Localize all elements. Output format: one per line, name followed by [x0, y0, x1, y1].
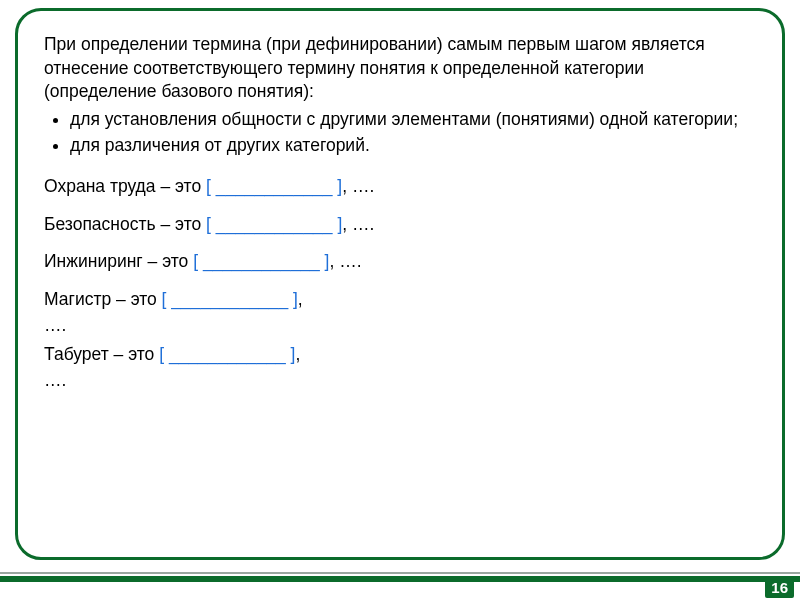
examples-block: Охрана труда – это [ ____________ ], …. … — [44, 175, 756, 392]
example-trail: , …. — [342, 176, 374, 196]
example-sep: – это — [156, 176, 206, 196]
example-term: Табурет — [44, 344, 109, 364]
page-number: 16 — [765, 576, 794, 598]
footer-gray-line — [0, 572, 800, 574]
footer-bar — [0, 572, 800, 582]
intro-paragraph: При определении термина (при дефинирован… — [44, 33, 756, 104]
example-line: Магистр – это [ ____________ ], — [44, 288, 756, 312]
slide: При определении термина (при дефинирован… — [0, 0, 800, 600]
example-sep: – это — [109, 344, 159, 364]
example-sep: – это — [143, 251, 193, 271]
example-trail-line2: …. — [44, 370, 66, 390]
example-line: Табурет – это [ ____________ ], — [44, 343, 756, 367]
example-sep: – это — [111, 289, 161, 309]
example-line: Инжиниринг – это [ ____________ ], …. — [44, 250, 756, 274]
example-placeholder: [ ____________ ] — [159, 344, 295, 364]
bullet-item: для различения от других категорий. — [70, 134, 756, 158]
example-trail: , …. — [342, 214, 374, 234]
example-term: Магистр — [44, 289, 111, 309]
example-trail-line2: …. — [44, 315, 66, 335]
bullet-list: для установления общности с другими элем… — [44, 108, 756, 157]
bullet-item: для установления общности с другими элем… — [70, 108, 756, 132]
example-term: Охрана труда — [44, 176, 156, 196]
example-placeholder: [ ____________ ] — [162, 289, 298, 309]
example-line-continuation: …. — [44, 314, 756, 338]
example-term: Безопасность — [44, 214, 156, 234]
example-line-continuation: …. — [44, 369, 756, 393]
example-term: Инжиниринг — [44, 251, 143, 271]
example-placeholder: [ ____________ ] — [193, 251, 329, 271]
example-trail: , …. — [329, 251, 361, 271]
content-frame: При определении термина (при дефинирован… — [15, 8, 785, 560]
example-placeholder: [ ____________ ] — [206, 214, 342, 234]
example-sep: – это — [156, 214, 206, 234]
example-line: Охрана труда – это [ ____________ ], …. — [44, 175, 756, 199]
example-line: Безопасность – это [ ____________ ], …. — [44, 213, 756, 237]
example-placeholder: [ ____________ ] — [206, 176, 342, 196]
footer-green-line — [0, 576, 800, 582]
example-trail: , — [298, 289, 303, 309]
example-trail: , — [295, 344, 300, 364]
